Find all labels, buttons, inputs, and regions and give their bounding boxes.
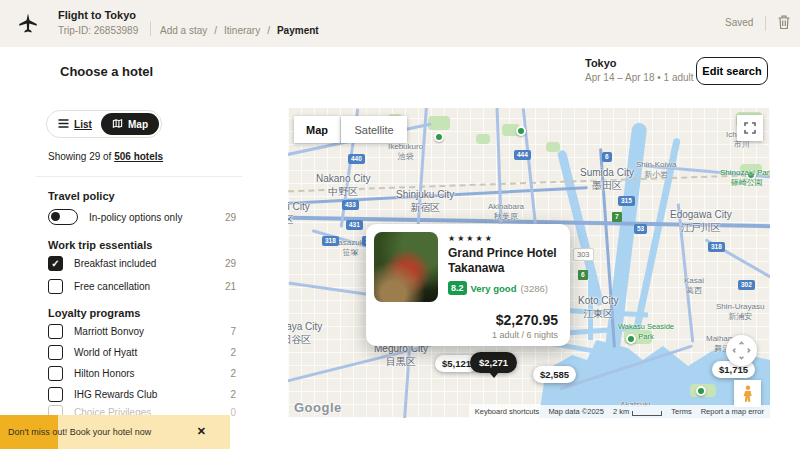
header-divider <box>150 21 151 36</box>
hotel-info-card[interactable]: ★★★★★ Grand Prince Hotel Takanawa 8.2 Ve… <box>366 224 570 346</box>
map-label: Shinozaki Park篠崎公園 <box>720 168 770 189</box>
hotels-count-link[interactable]: 506 hotels <box>114 151 163 162</box>
map-icon <box>112 118 123 131</box>
work-trip-heading: Work trip essentials <box>48 239 152 251</box>
breakfast-filter-row: ✓ Breakfast included 29 <box>48 256 236 271</box>
banner-text: Don't miss out! Book your hotel now <box>8 427 151 437</box>
hotel-photo <box>374 232 438 302</box>
street-view-pegman-button[interactable] <box>734 380 761 407</box>
in-policy-filter-row: In-policy options only 29 <box>48 209 236 225</box>
hotel-stars: ★★★★★ <box>448 234 494 243</box>
road-shield: 433 <box>342 200 359 210</box>
travel-policy-heading: Travel policy <box>48 190 115 202</box>
road-shield: 302 <box>738 280 755 290</box>
hotel-name: Grand Prince Hotel Takanawa <box>448 246 564 276</box>
park-marker-icon <box>516 126 526 136</box>
pegman-icon <box>742 384 754 403</box>
toggle-knob <box>51 212 60 221</box>
map-type-satellite-button[interactable]: Satellite <box>341 116 407 143</box>
map-label: Kasai葛西 <box>684 276 704 297</box>
scale-bar <box>632 411 662 416</box>
road-shield: 440 <box>348 154 365 164</box>
edit-search-button[interactable]: Edit search <box>696 57 768 85</box>
google-logo: Google <box>294 400 342 415</box>
hilton-filter-row: Hilton Honors 2 <box>48 366 236 381</box>
fullscreen-button[interactable] <box>737 115 763 141</box>
breadcrumb-payment[interactable]: Payment <box>277 25 319 36</box>
sidebar-divider <box>36 176 242 177</box>
map-label: Setagaya City世田谷区 <box>288 320 322 346</box>
breadcrumb: Add a stay / Itinerary / Payment <box>160 25 319 36</box>
pan-arrows-icon <box>731 340 752 361</box>
terms-link[interactable]: Terms <box>671 407 691 416</box>
free-cancellation-filter-row: Free cancellation 21 <box>48 279 236 294</box>
map-label: Ikebukuro池袋 <box>388 142 423 163</box>
road-shield: 315 <box>618 196 635 206</box>
view-toggle: List Map <box>46 110 162 138</box>
map-canvas[interactable]: Ikebukuro池袋 Nakano City中野区 Shinjuku City… <box>288 108 770 418</box>
map-type-control: Map Satellite <box>294 116 407 143</box>
road-shield: 318 <box>322 236 339 246</box>
pan-control-button[interactable] <box>726 335 757 366</box>
park <box>546 142 560 152</box>
road-shield: 431 <box>346 220 363 230</box>
map-view-button[interactable]: Map <box>101 113 159 135</box>
road-shield: 7 <box>612 212 622 222</box>
ihg-checkbox[interactable] <box>48 387 63 402</box>
marriott-checkbox[interactable] <box>48 324 63 339</box>
park <box>476 134 490 144</box>
dates-occupancy-label: Apr 14 – Apr 18 • 1 adult <box>585 72 694 83</box>
ihg-filter-row: IHG Rewards Club 2 <box>48 387 236 402</box>
header-divider <box>765 16 766 31</box>
map-label: Wakasu Seaside Park <box>614 322 678 342</box>
map-label: Edogawa City江戸川区 <box>670 208 732 234</box>
price-marker-selected[interactable]: $2,271 <box>470 352 517 373</box>
rating-label: Very good <box>471 283 517 294</box>
results-summary: Showing 29 of 506 hotels <box>48 151 163 162</box>
trash-icon[interactable] <box>777 14 791 34</box>
map-label: Sumida City墨田区 <box>580 166 634 192</box>
loyalty-heading: Loyalty programs <box>48 307 140 319</box>
map-label: Shinjuku City新宿区 <box>396 188 454 214</box>
fullscreen-icon <box>744 122 756 134</box>
breadcrumb-itinerary[interactable]: Itinerary <box>224 25 260 36</box>
road-shield: 318 <box>708 242 725 252</box>
road-shield: 6 <box>602 152 612 162</box>
price-marker[interactable]: $2,585 <box>533 366 576 383</box>
promo-banner: Don't miss out! Book your hotel now ✕ <box>0 415 230 449</box>
breakfast-checkbox[interactable]: ✓ <box>48 256 63 271</box>
map-attribution-bar: Keyboard shortcuts Map data ©2025 2 km T… <box>469 405 770 418</box>
list-view-button[interactable]: List <box>49 119 101 130</box>
destination-label: Tokyo <box>585 57 617 69</box>
hotel-price-details: 1 adult / 6 nights <box>492 330 558 340</box>
rating-review-count: (3286) <box>520 283 547 294</box>
hotel-search-page: Flight to Tokyo Trip-ID: 26853989 Add a … <box>0 0 800 449</box>
map-label: Shin-Urayasu新浦安 <box>716 302 764 323</box>
report-map-error-link[interactable]: Report a map error <box>701 407 764 416</box>
rating-score-badge: 8.2 <box>448 281 467 295</box>
free-cancellation-checkbox[interactable] <box>48 279 63 294</box>
top-header: Flight to Tokyo Trip-ID: 26853989 Add a … <box>0 0 800 47</box>
hotel-price: $2,270.95 <box>492 312 558 328</box>
hotel-rating: 8.2 Very good (3286) <box>448 281 548 295</box>
road-shield: 53 <box>634 224 647 234</box>
road-shield: 6 <box>578 270 588 280</box>
saved-status: Saved <box>725 17 753 28</box>
map-type-map-button[interactable]: Map <box>294 116 340 143</box>
in-policy-toggle[interactable] <box>48 209 78 225</box>
airplane-icon <box>17 12 39 38</box>
page-title: Choose a hotel <box>60 64 153 79</box>
hilton-checkbox[interactable] <box>48 366 63 381</box>
breadcrumb-add-a-stay[interactable]: Add a stay <box>160 25 207 36</box>
road-shield: 444 <box>514 150 531 160</box>
list-icon <box>58 119 69 130</box>
hyatt-filter-row: World of Hyatt 2 <box>48 345 236 360</box>
keyboard-shortcuts-link[interactable]: Keyboard shortcuts <box>475 407 540 416</box>
map-label: Shin-Koiwa新小岩 <box>636 160 676 181</box>
banner-close-icon[interactable]: ✕ <box>197 425 206 438</box>
park-marker-icon <box>696 386 706 396</box>
map-label: Suginami City杉並区 <box>288 200 310 226</box>
hyatt-checkbox[interactable] <box>48 345 63 360</box>
park-marker-icon <box>434 132 444 142</box>
road-number-box: 303 <box>573 248 594 261</box>
